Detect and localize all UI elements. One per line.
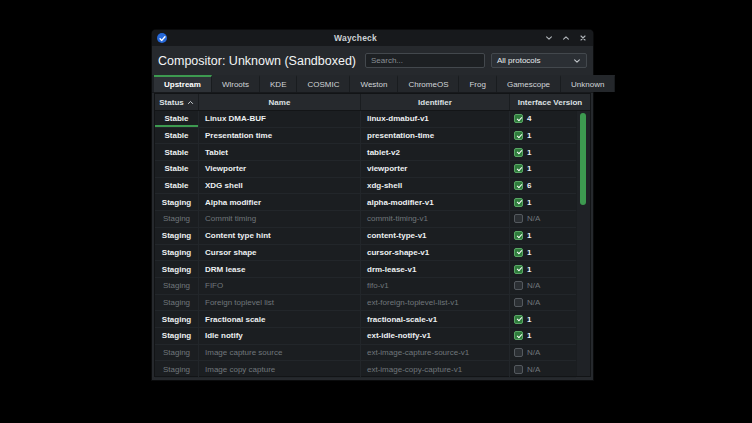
name-cell: Idle notify	[199, 328, 361, 344]
chevron-down-icon	[573, 57, 581, 65]
status-cell: Stable	[155, 111, 199, 127]
maximize-icon[interactable]	[561, 33, 571, 43]
table-row[interactable]: Stable Tablet tablet-v2 1	[155, 144, 576, 161]
waycheck-window: Waycheck Compositor: Unknown (Sandboxed)…	[152, 30, 593, 380]
checkbox-checked-icon	[514, 114, 523, 123]
waycheck-app-icon	[157, 33, 167, 43]
version-cell: N/A	[510, 295, 576, 311]
version-cell: 1	[510, 161, 576, 177]
vertical-scrollbar[interactable]	[576, 111, 590, 376]
checkbox-unchecked-icon	[514, 348, 523, 357]
column-header-name[interactable]: Name	[199, 94, 361, 110]
identifier-cell: cursor-shape-v1	[361, 245, 510, 261]
scrollbar-thumb[interactable]	[580, 113, 586, 205]
version-cell: 1	[510, 128, 576, 144]
status-cell: Staging	[155, 228, 199, 244]
table-row[interactable]: Staging Idle notify ext-idle-notify-v1 1	[155, 328, 576, 345]
name-cell: Cursor shape	[199, 245, 361, 261]
table-body: Stable Linux DMA-BUF linux-dmabuf-v1 4 S…	[155, 111, 590, 376]
status-cell: Staging	[155, 311, 199, 327]
table-row[interactable]: Staging Cursor shape cursor-shape-v1 1	[155, 245, 576, 262]
version-cell: 1	[510, 311, 576, 327]
column-header-status[interactable]: Status	[155, 94, 199, 110]
identifier-cell: tablet-v2	[361, 144, 510, 160]
table-row[interactable]: Staging Image copy capture ext-image-cop…	[155, 361, 576, 378]
version-value: 1	[527, 231, 531, 240]
checkbox-checked-icon	[514, 148, 523, 157]
version-value: 1	[527, 198, 531, 207]
status-cell: Staging	[155, 194, 199, 210]
name-cell: Linux DMA-BUF	[199, 111, 361, 127]
name-cell: Foreign toplevel list	[199, 295, 361, 311]
checkbox-checked-icon	[514, 164, 523, 173]
name-cell: Presentation time	[199, 128, 361, 144]
protocol-filter-value: All protocols	[497, 56, 569, 65]
version-value: 1	[527, 315, 531, 324]
identifier-cell: ext-idle-notify-v1	[361, 328, 510, 344]
table-row[interactable]: Staging Alpha modifier alpha-modifier-v1…	[155, 194, 576, 211]
column-header-interface-version[interactable]: Interface Version	[510, 94, 590, 110]
close-icon[interactable]	[578, 33, 588, 43]
table-row[interactable]: Stable Linux DMA-BUF linux-dmabuf-v1 4	[155, 111, 576, 128]
name-cell: DRM lease	[199, 261, 361, 277]
version-value: 1	[527, 131, 531, 140]
name-cell: FIFO	[199, 278, 361, 294]
status-cell: Staging	[155, 295, 199, 311]
table-row[interactable]: Staging DRM lease drm-lease-v1 1	[155, 261, 576, 278]
tab-upstream[interactable]: Upstream	[154, 75, 212, 92]
titlebar[interactable]: Waycheck	[152, 30, 593, 46]
identifier-cell: linux-dmabuf-v1	[361, 111, 510, 127]
table-row[interactable]: Staging Commit timing commit-timing-v1 N…	[155, 211, 576, 228]
table-row[interactable]: Stable XDG shell xdg-shell 6	[155, 178, 576, 195]
checkbox-checked-icon	[514, 248, 523, 257]
version-cell: 1	[510, 194, 576, 210]
identifier-cell: ext-image-capture-source-v1	[361, 345, 510, 361]
version-cell: 4	[510, 111, 576, 127]
tab-gamescope[interactable]: Gamescope	[497, 75, 561, 92]
checkbox-unchecked-icon	[514, 365, 523, 374]
table-header: Status Name Identifier Interface Version	[155, 94, 590, 111]
table-row[interactable]: Staging Foreign toplevel list ext-foreig…	[155, 295, 576, 312]
name-cell: XDG shell	[199, 178, 361, 194]
name-cell: Image copy capture	[199, 361, 361, 377]
table-rows: Stable Linux DMA-BUF linux-dmabuf-v1 4 S…	[155, 111, 576, 376]
sort-ascending-icon	[187, 99, 194, 106]
tab-chromeos[interactable]: ChromeOS	[398, 75, 459, 92]
minimize-icon[interactable]	[544, 33, 554, 43]
name-cell: Alpha modifier	[199, 194, 361, 210]
version-cell: 1	[510, 228, 576, 244]
identifier-cell: alpha-modifier-v1	[361, 194, 510, 210]
version-value: N/A	[527, 365, 540, 374]
checkbox-unchecked-icon	[514, 298, 523, 307]
table-row[interactable]: Staging Fractional scale fractional-scal…	[155, 311, 576, 328]
column-header-identifier[interactable]: Identifier	[361, 94, 510, 110]
checkbox-checked-icon	[514, 181, 523, 190]
name-cell: Content type hint	[199, 228, 361, 244]
table-row[interactable]: Staging FIFO fifo-v1 N/A	[155, 278, 576, 295]
version-value: 1	[527, 164, 531, 173]
identifier-cell: ext-foreign-toplevel-list-v1	[361, 295, 510, 311]
toolbar: Compositor: Unknown (Sandboxed) All prot…	[152, 46, 593, 75]
name-cell: Image capture source	[199, 345, 361, 361]
version-cell: N/A	[510, 345, 576, 361]
identifier-cell: content-type-v1	[361, 228, 510, 244]
table-row[interactable]: Stable Presentation time presentation-ti…	[155, 128, 576, 145]
version-value: N/A	[527, 214, 540, 223]
version-value: 1	[527, 331, 531, 340]
table-row[interactable]: Stable Viewporter viewporter 1	[155, 161, 576, 178]
status-cell: Stable	[155, 178, 199, 194]
tab-wlroots[interactable]: Wlroots	[212, 75, 260, 92]
tab-kde[interactable]: KDE	[260, 75, 297, 92]
protocol-filter-dropdown[interactable]: All protocols	[491, 53, 587, 68]
tab-weston[interactable]: Weston	[350, 75, 398, 92]
search-input[interactable]	[365, 53, 485, 68]
table-row[interactable]: Staging Content type hint content-type-v…	[155, 228, 576, 245]
table-row[interactable]: Staging Image capture source ext-image-c…	[155, 345, 576, 362]
tab-cosmic[interactable]: COSMIC	[297, 75, 350, 92]
version-value: N/A	[527, 298, 540, 307]
checkbox-checked-icon	[514, 315, 523, 324]
tab-unknown[interactable]: Unknown	[561, 75, 615, 92]
tab-frog[interactable]: Frog	[459, 75, 496, 92]
version-cell: 6	[510, 178, 576, 194]
identifier-cell: fractional-scale-v1	[361, 311, 510, 327]
